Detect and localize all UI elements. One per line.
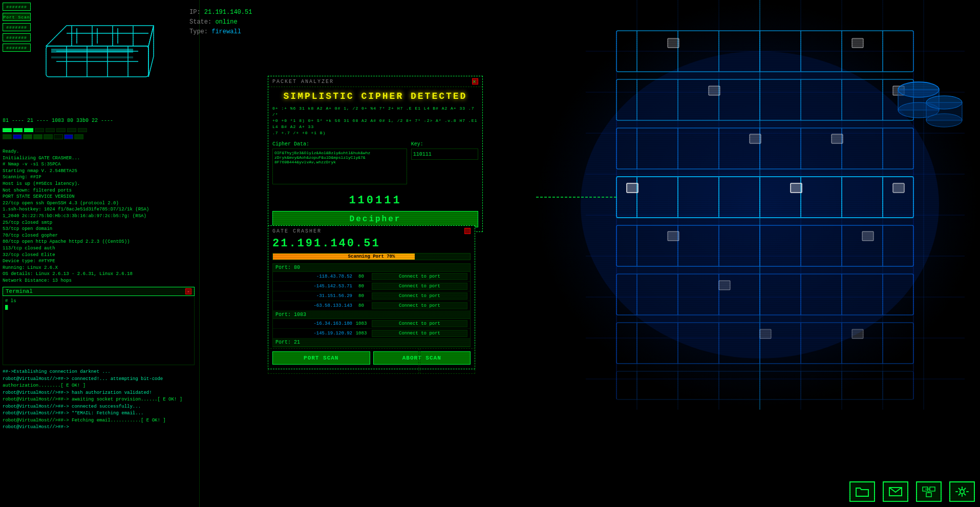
gc-row-1083-2: -145.19.120.92 1083 Connect to port (273, 329, 470, 339)
svg-point-121 (926, 114, 962, 127)
state-row: State: online (189, 17, 252, 27)
type-label: Type: (189, 28, 208, 35)
gc-progress-text: Scanning Port 70% (273, 253, 470, 260)
svg-rect-111 (668, 231, 679, 241)
svg-rect-106 (750, 134, 761, 143)
stats-bar: 81 ---- 21 ---- 1083 80 33b0 22 ---- (3, 118, 113, 123)
folder-icon[interactable] (849, 481, 875, 502)
type-value: firewall (211, 28, 241, 35)
gc-row-80-4: -63.58.133.143 80 Connect to port (273, 301, 470, 311)
pdot-5 (46, 128, 55, 132)
pa-key-column: Key: (411, 141, 478, 186)
gc-progress-bar: Scanning Port 70% (272, 253, 471, 260)
gc-connect-80-3[interactable]: Connect to port (372, 292, 467, 300)
pa-cipher-textarea[interactable]: OIF&ThyjBz3&Olylz&Aol&Bzly&uhtl&huk&whz … (272, 149, 407, 184)
nmap-line: Not shown: filtered ports (3, 187, 195, 194)
nmap-line: 1_2040 2c:22:75:bD:Hb:c3:3b:16:ab:97:2c:… (3, 213, 195, 220)
svg-rect-110 (893, 183, 904, 193)
svg-rect-104 (709, 86, 720, 95)
svg-rect-125 (930, 487, 935, 491)
hex-line-1: 0+ :+ %6 31 k8 A2 A+ 0# 1, /2 0+ %4 7* 2… (272, 105, 478, 118)
nmap-line: 22/tcp open ssh OpenSSH 4.3 (protocol 2.… (3, 200, 195, 207)
gc-port-1083-header: Port: 1083 (273, 311, 470, 319)
bottom-terminal-line: robot@VirtualHost//>##-> Fetching email.… (3, 417, 195, 425)
btn-hash5[interactable]: ####### (3, 44, 31, 52)
pdot-1 (3, 128, 12, 132)
btn-hash4[interactable]: ####### (3, 33, 31, 41)
svg-rect-113 (719, 281, 730, 290)
pa-cipher-column: Cipher Data: OIF&ThyjBz3&Olylz&Aol&Bzly&… (272, 141, 407, 186)
gc-port-num-1083-1: 1083 (352, 321, 370, 326)
ip-info-panel: IP: 21.191.140.51 State: online Type: fi… (189, 8, 252, 37)
bottom-terminal-line: robot@VirtualHost//>##-> hash authorizat… (3, 390, 195, 397)
gc-connect-1083-2[interactable]: Connect to port (372, 330, 467, 337)
gc-row-80-1: -118.43.78.52 80 Connect to port (273, 272, 470, 282)
small-squares (3, 134, 83, 139)
nmap-line: 1.ssh-hostkey: 1024 f1/8acJe51d31fe785:D… (3, 206, 195, 213)
svg-rect-109 (791, 183, 802, 193)
gc-row-80-2: -145.142.53.71 80 Connect to port (273, 282, 470, 291)
svg-point-129 (960, 490, 964, 494)
nmap-line: Starting nmap V. 2.54BETA25 (3, 168, 195, 175)
gc-connect-80-1[interactable]: Connect to port (372, 273, 467, 280)
svg-rect-15 (51, 49, 133, 53)
cipher-detected-label: SIMPLISTIC CIPHER DETECTED (268, 87, 482, 103)
terminal-label-bar: Terminal × (3, 287, 195, 296)
bottom-terminal-line: ##->Establishing connection darknet ... (3, 369, 195, 376)
gc-row-1083-1: -16.34.163.180 1083 Connect to port (273, 319, 470, 329)
bottom-terminal-line: robot@VirtualHost//>##-> (3, 424, 195, 431)
nmap-line: Host is up (##5Ecs latency). (3, 181, 195, 187)
pa-key-input[interactable] (411, 149, 478, 160)
gc-connect-80-4[interactable]: Connect to port (372, 302, 467, 309)
svg-rect-126 (926, 493, 931, 497)
port-scan-button[interactable]: Port Scan (3, 13, 31, 21)
left-panel: ####### Port Scan ####### ####### ######… (0, 0, 200, 507)
bottom-terminal-line: robot@VirtualHost//>##-> connected!... a… (3, 376, 195, 383)
bottom-box-left (268, 348, 419, 374)
gc-header: GATE CRASHER (268, 226, 475, 236)
gc-port-80-header: Port: 80 (273, 264, 470, 272)
gc-ports-container: Port: 80 -118.43.78.52 80 Connect to por… (272, 263, 471, 347)
right-panel-visualization (535, 0, 980, 507)
pdot-6 (56, 128, 66, 132)
pdot-7 (67, 128, 76, 132)
gc-ip-80-3: -31.151.56.29 (273, 293, 352, 299)
gc-close-button[interactable] (464, 228, 471, 234)
stats-text: 81 ---- 21 ---- 1083 80 33b0 22 ---- (3, 118, 113, 123)
gc-ip-1083-2: -145.19.120.92 (273, 331, 352, 336)
settings-icon[interactable] (949, 481, 975, 502)
gc-ip-1083-1: -16.34.163.180 (273, 321, 352, 326)
mail-icon[interactable] (883, 481, 908, 502)
pa-cipher-label: Cipher Data: (272, 141, 407, 147)
nmap-line: 25/tcp closed smtp (3, 220, 195, 226)
btn-hash3[interactable]: ####### (3, 23, 31, 31)
ip-value: 21.191.140.51 (204, 9, 252, 16)
gc-ip-80-2: -145.142.53.71 (273, 284, 352, 289)
nmap-line: Scanning: ##IP (3, 174, 195, 181)
gc-port-21-header: Port: 21 (273, 339, 470, 347)
gc-port-num-80-1: 80 (352, 274, 370, 279)
nmap-terminal-area: Ready.Initializing GATE CRASHER...# Nmap… (3, 149, 195, 284)
network-icon[interactable] (916, 481, 942, 502)
terminal-close-button[interactable]: × (185, 288, 191, 294)
nmap-line: 113/tcp closed auth (3, 245, 195, 252)
gc-connect-1083-1[interactable]: Connect to port (372, 320, 467, 327)
state-value: online (215, 18, 237, 26)
gc-port-num-80-2: 80 (352, 284, 370, 289)
btn-hash1[interactable]: ####### (3, 3, 31, 11)
pa-form: Cipher Data: OIF&ThyjBz3&Olylz&Aol&Bzly&… (268, 138, 482, 189)
state-label: State: (189, 18, 211, 26)
gc-title: GATE CRASHER (272, 228, 322, 234)
nmap-line: 70/tcp closed gopher (3, 233, 195, 239)
svg-rect-60 (616, 177, 913, 218)
gc-ip-80-4: -63.58.133.143 (273, 303, 352, 308)
nmap-line: TRACEROUTE (using port 80/tcp) (3, 284, 195, 284)
hex-line-2: +0 +0 *1 8) 0+ S* +k 56 31 68 A2 A# 0# 1… (272, 118, 478, 130)
gc-connect-80-2[interactable]: Connect to port (372, 283, 467, 290)
bottom-terminal-line: robot@VirtualHost//>##-> awaiting socket… (3, 396, 195, 404)
gc-row-80-3: -31.151.56.29 80 Connect to port (273, 291, 470, 301)
gate-crasher-panel: GATE CRASHER 21.191.140.51 Scanning Port… (268, 225, 475, 369)
nmap-line: PORT STATE SERVICE VERSION (3, 194, 195, 200)
pa-close-button[interactable]: × (472, 78, 478, 84)
pa-key-display: 110111 (268, 189, 482, 211)
